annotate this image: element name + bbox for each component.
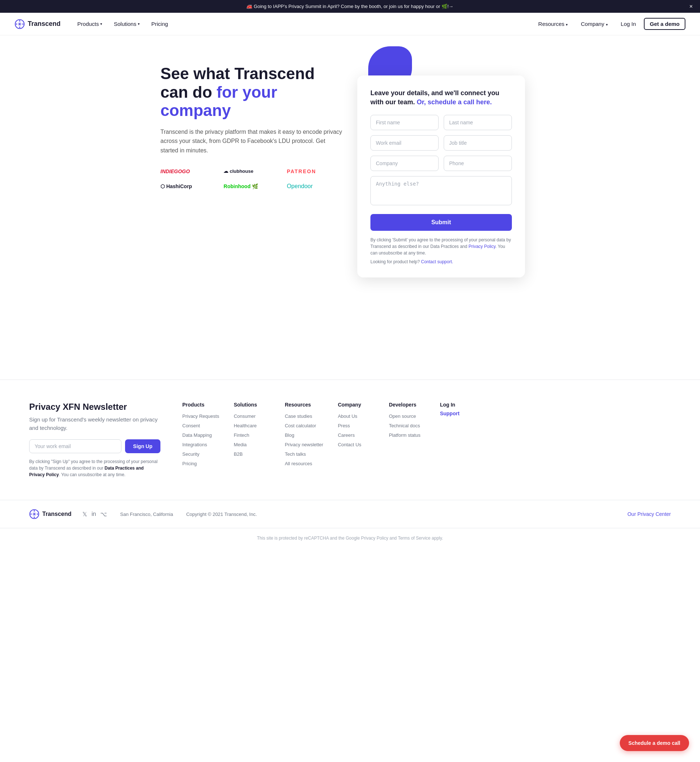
- footer-top: Privacy XFN Newsletter Sign up for Trans…: [0, 379, 700, 500]
- footer-developers-title: Developers: [389, 402, 425, 408]
- footer-link-cost-calculator[interactable]: Cost calculator: [285, 423, 316, 428]
- list-item: Technical docs: [389, 422, 425, 429]
- list-item: Contact Us: [338, 441, 374, 448]
- footer-link-privacy-newsletter[interactable]: Privacy newsletter: [285, 442, 323, 447]
- privacy-center-link[interactable]: Our Privacy Center: [627, 511, 671, 517]
- github-link[interactable]: ⌥: [100, 511, 107, 518]
- list-item: Consent: [182, 422, 219, 429]
- svg-point-11: [34, 517, 35, 518]
- nav-pricing-link[interactable]: Pricing: [146, 19, 173, 29]
- newsletter-signup-button[interactable]: Sign Up: [125, 439, 161, 453]
- navbar: Transcend Products ▾ Solutions ▾ Pricing…: [0, 13, 700, 35]
- footer-location: San Francisco, California: [120, 512, 173, 517]
- footer-link-privacy-requests[interactable]: Privacy Requests: [182, 414, 219, 419]
- nav-company-link[interactable]: Company ▾: [576, 19, 612, 29]
- svg-point-2: [19, 23, 20, 24]
- footer-link-consent[interactable]: Consent: [182, 423, 200, 428]
- footer-col-products: Products Privacy Requests Consent Data M…: [182, 402, 219, 478]
- footer-bottom-logo: Transcend: [29, 509, 72, 519]
- list-item: Press: [338, 422, 374, 429]
- resources-chevron-icon: ▾: [566, 23, 568, 27]
- footer-link-careers[interactable]: Careers: [338, 433, 355, 438]
- footer-privacy-center: Our Privacy Center: [627, 511, 671, 517]
- form-row-name: [370, 115, 512, 130]
- list-item: Data Mapping: [182, 432, 219, 438]
- footer-login-link[interactable]: Log In: [440, 402, 477, 408]
- footer-products-list: Privacy Requests Consent Data Mapping In…: [182, 413, 219, 467]
- footer-link-tech-talks[interactable]: Tech talks: [285, 451, 306, 457]
- footer-link-security[interactable]: Security: [182, 451, 199, 457]
- footer-link-healthcare[interactable]: Healthcare: [234, 423, 257, 428]
- form-row-email-title: [370, 135, 512, 151]
- footer-col-developers: Developers Open source Technical docs Pl…: [389, 402, 425, 478]
- footer-link-platform-status[interactable]: Platform status: [389, 433, 421, 438]
- list-item: Blog: [285, 432, 323, 438]
- newsletter-title: Privacy XFN Newsletter: [29, 402, 161, 412]
- brand-patreon: PATREON: [287, 169, 343, 174]
- section-spacer: [0, 307, 700, 379]
- logo-text: Transcend: [28, 20, 61, 28]
- work-email-field: [370, 135, 439, 151]
- footer-link-pricing[interactable]: Pricing: [182, 461, 197, 466]
- footer-link-case-studies[interactable]: Case studies: [285, 414, 312, 419]
- list-item: Tech talks: [285, 451, 323, 457]
- nav-get-demo-button[interactable]: Get a demo: [644, 18, 686, 30]
- footer-link-about-us[interactable]: About Us: [338, 414, 357, 419]
- first-name-field: [370, 115, 439, 130]
- list-item: Pricing: [182, 460, 219, 467]
- announcement-close-button[interactable]: ×: [689, 3, 693, 10]
- anything-else-input[interactable]: [370, 176, 512, 205]
- svg-point-5: [16, 23, 17, 25]
- first-name-input[interactable]: [370, 115, 439, 130]
- linkedin-link[interactable]: in: [92, 511, 96, 517]
- footer-link-fintech[interactable]: Fintech: [234, 433, 249, 438]
- footer-link-press[interactable]: Press: [338, 423, 350, 428]
- footer-link-contact-us[interactable]: Contact Us: [338, 442, 361, 447]
- logo-icon: [14, 19, 25, 29]
- footer-link-open-source[interactable]: Open source: [389, 414, 416, 419]
- contact-support-link[interactable]: Contact support.: [421, 259, 453, 264]
- job-title-input[interactable]: [444, 135, 512, 151]
- form-submit-button[interactable]: Submit: [370, 214, 512, 231]
- footer-link-blog[interactable]: Blog: [285, 433, 294, 438]
- footer-support-link[interactable]: Support: [440, 411, 477, 416]
- footer-link-consumer[interactable]: Consumer: [234, 414, 256, 419]
- svg-point-13: [37, 514, 38, 515]
- nav-products-link[interactable]: Products ▾: [72, 19, 107, 29]
- footer-col-auth: Log In Support: [440, 402, 477, 478]
- footer-link-all-resources[interactable]: All resources: [285, 461, 312, 466]
- phone-input[interactable]: [444, 156, 512, 171]
- work-email-input[interactable]: [370, 135, 439, 151]
- form-row-company-phone: [370, 156, 512, 171]
- footer-company-title: Company: [338, 402, 374, 408]
- footer-col-resources: Resources Case studies Cost calculator B…: [285, 402, 323, 478]
- footer-link-integrations[interactable]: Integrations: [182, 442, 207, 447]
- privacy-policy-link[interactable]: Privacy Policy: [469, 244, 495, 249]
- hero-subtitle: Transcend is the privacy platform that m…: [161, 127, 343, 155]
- footer-link-data-mapping[interactable]: Data Mapping: [182, 433, 212, 438]
- footer-link-technical-docs[interactable]: Technical docs: [389, 423, 420, 428]
- last-name-input[interactable]: [444, 115, 512, 130]
- brand-hashicorp: ⬡ HashiCorp: [161, 183, 216, 189]
- company-input[interactable]: [370, 156, 439, 171]
- brand-logos: INDIEGOGO ☁ clubhouse PATREON ⬡ HashiCor…: [161, 169, 343, 190]
- nav-resources-link[interactable]: Resources ▾: [533, 19, 573, 29]
- nav-login-link[interactable]: Log In: [616, 19, 641, 29]
- list-item: Case studies: [285, 413, 323, 419]
- nav-solutions-link[interactable]: Solutions ▾: [109, 19, 145, 29]
- list-item: Media: [234, 441, 270, 448]
- list-item: Security: [182, 451, 219, 457]
- newsletter-email-input[interactable]: [29, 439, 122, 453]
- list-item: Careers: [338, 432, 374, 438]
- nav-main-links: Products ▾ Solutions ▾ Pricing: [72, 19, 533, 29]
- footer-solutions-title: Solutions: [234, 402, 270, 408]
- list-item: Healthcare: [234, 422, 270, 429]
- products-chevron-icon: ▾: [100, 22, 102, 26]
- footer-link-media[interactable]: Media: [234, 442, 247, 447]
- anything-else-field: [370, 176, 512, 207]
- footer-link-b2b[interactable]: B2B: [234, 451, 243, 457]
- twitter-link[interactable]: 𝕏: [83, 511, 87, 518]
- form-schedule-link[interactable]: Or, schedule a call here.: [417, 98, 492, 106]
- social-links: 𝕏 in ⌥: [83, 511, 107, 518]
- nav-logo[interactable]: Transcend: [14, 19, 61, 29]
